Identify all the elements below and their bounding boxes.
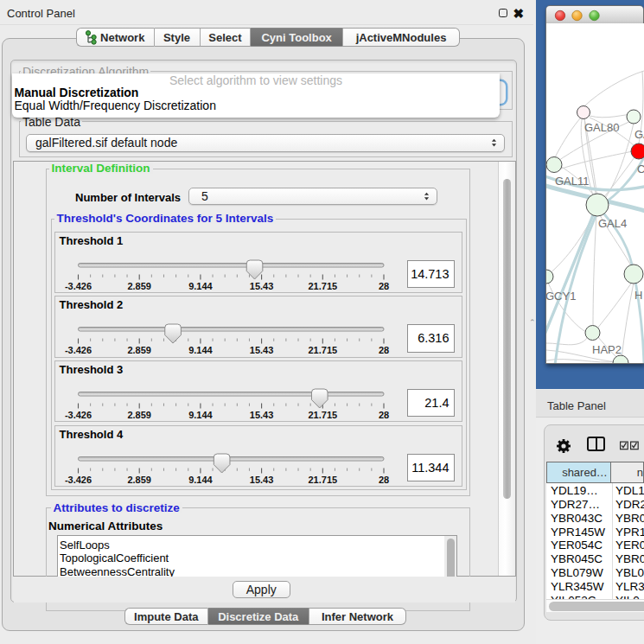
svg-text:15.43: 15.43	[250, 410, 274, 420]
svg-text:2.859: 2.859	[127, 345, 151, 355]
svg-text:9.144: 9.144	[188, 280, 213, 290]
svg-text:GCY1: GCY1	[546, 290, 576, 303]
svg-text:2.859: 2.859	[127, 474, 151, 484]
svg-text:C: C	[637, 163, 644, 175]
svg-text:9.144: 9.144	[188, 474, 213, 484]
svg-text:-3.426: -3.426	[65, 474, 92, 484]
svg-text:21.715: 21.715	[308, 410, 337, 420]
svg-text:2.859: 2.859	[127, 410, 151, 420]
svg-text:15.43: 15.43	[250, 474, 274, 484]
svg-text:GAL80: GAL80	[584, 121, 619, 134]
svg-text:15.43: 15.43	[250, 345, 274, 355]
svg-text:-3.426: -3.426	[65, 410, 92, 420]
svg-text:HAP2: HAP2	[592, 343, 622, 356]
svg-text:28: 28	[379, 410, 389, 420]
svg-text:21.715: 21.715	[308, 345, 337, 355]
svg-text:-3.426: -3.426	[65, 345, 92, 355]
svg-text:-3.426: -3.426	[65, 280, 92, 290]
svg-text:GA: GA	[634, 128, 644, 141]
svg-text:H: H	[634, 289, 642, 302]
svg-text:9.144: 9.144	[188, 345, 213, 355]
svg-text:28: 28	[379, 345, 389, 355]
svg-text:15.43: 15.43	[250, 280, 274, 290]
svg-text:28: 28	[379, 474, 389, 484]
svg-text:GAL4: GAL4	[598, 217, 627, 230]
svg-text:9.144: 9.144	[188, 410, 213, 420]
svg-text:21.715: 21.715	[308, 474, 337, 484]
svg-text:28: 28	[379, 280, 389, 290]
svg-text:GAL11: GAL11	[555, 175, 590, 188]
svg-text:2.859: 2.859	[127, 280, 151, 290]
svg-text:21.715: 21.715	[308, 280, 337, 290]
